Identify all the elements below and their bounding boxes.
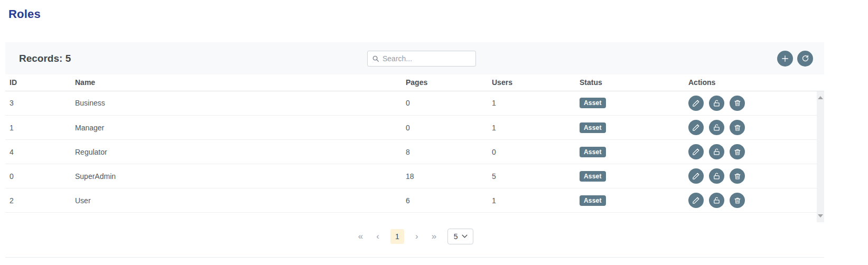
delete-button[interactable] (730, 168, 745, 184)
search-icon (372, 55, 379, 62)
pencil-icon (692, 196, 700, 204)
cell-pages: 0 (402, 91, 488, 116)
page-title: Roles (0, 0, 868, 21)
cell-users: 1 (488, 91, 575, 116)
records-count: Records: 5 (19, 53, 71, 64)
cell-actions (684, 188, 824, 213)
table-row: 1 Manager 0 1 Asset (5, 116, 824, 140)
table-body-scroll-region: 3 Business 0 1 Asset (5, 91, 824, 222)
trash-icon (734, 197, 741, 204)
cell-name: Business (71, 91, 402, 116)
table-row: 3 Business 0 1 Asset (5, 91, 824, 116)
status-badge: Asset (580, 98, 606, 108)
scroll-down-icon[interactable] (818, 214, 823, 217)
status-badge: Asset (580, 171, 606, 182)
trash-icon (734, 99, 741, 107)
cell-status: Asset (575, 188, 684, 213)
cell-id: 3 (5, 91, 71, 116)
cell-name: SuperAdmin (71, 164, 402, 188)
prev-page-button[interactable]: ‹ (374, 229, 381, 244)
permissions-button[interactable] (709, 168, 724, 184)
cell-users: 1 (488, 188, 575, 213)
last-page-button[interactable]: » (430, 229, 438, 244)
roles-table-header: ID Name Pages Users Status Actions (5, 74, 824, 91)
cell-status: Asset (575, 140, 684, 164)
edit-button[interactable] (688, 168, 704, 184)
table-row: 2 User 6 1 Asset (5, 188, 824, 213)
column-header-status: Status (575, 74, 684, 91)
table-row: 4 Regulator 8 0 Asset (5, 140, 824, 164)
edit-button[interactable] (688, 193, 704, 208)
column-header-users: Users (488, 74, 575, 91)
cell-actions (684, 91, 824, 116)
row-actions (688, 144, 820, 159)
scroll-up-icon[interactable] (818, 96, 823, 99)
cell-pages: 8 (402, 140, 488, 164)
status-badge: Asset (580, 122, 606, 133)
add-button[interactable] (777, 51, 793, 67)
column-header-id: ID (5, 74, 71, 91)
delete-button[interactable] (730, 96, 745, 111)
cell-pages: 18 (402, 164, 488, 188)
cell-users: 5 (488, 164, 575, 188)
current-page-button[interactable]: 1 (390, 229, 404, 244)
delete-button[interactable] (730, 120, 745, 135)
row-actions (688, 120, 820, 135)
cell-pages: 0 (402, 116, 488, 140)
pencil-icon (692, 148, 700, 156)
delete-button[interactable] (730, 144, 745, 159)
first-page-button[interactable]: « (356, 229, 365, 244)
permissions-button[interactable] (709, 144, 724, 159)
trash-icon (734, 124, 741, 131)
pencil-icon (692, 124, 700, 131)
permissions-button[interactable] (709, 96, 724, 111)
cell-name: User (71, 188, 402, 213)
cell-id: 2 (5, 188, 71, 213)
chevron-down-icon (462, 234, 468, 238)
cell-name: Regulator (71, 140, 402, 164)
delete-button[interactable] (730, 193, 745, 208)
pencil-icon (692, 99, 700, 107)
cell-name: Manager (71, 116, 402, 140)
next-page-button[interactable]: › (413, 229, 421, 244)
unlock-icon (713, 196, 721, 204)
unlock-icon (713, 99, 721, 107)
page-size-value: 5 (454, 232, 458, 241)
pencil-icon (692, 172, 700, 180)
search-box[interactable] (367, 51, 476, 67)
column-header-actions: Actions (684, 74, 824, 91)
edit-button[interactable] (688, 144, 704, 159)
page-size-select[interactable]: 5 (447, 229, 473, 244)
cell-users: 1 (488, 116, 575, 140)
status-badge: Asset (580, 195, 606, 206)
roles-panel: Records: 5 ID Name (5, 42, 824, 258)
unlock-icon (713, 124, 721, 131)
pagination: « ‹ 1 › » 5 (5, 222, 824, 258)
cell-actions (684, 164, 824, 188)
row-actions (688, 193, 820, 208)
search-input[interactable] (382, 54, 471, 63)
table-toolbar: Records: 5 (5, 42, 824, 74)
cell-status: Asset (575, 164, 684, 188)
edit-button[interactable] (688, 96, 704, 111)
refresh-button[interactable] (797, 51, 813, 67)
table-scrollbar[interactable] (817, 91, 824, 222)
trash-icon (734, 148, 741, 156)
cell-id: 1 (5, 116, 71, 140)
plus-icon (781, 54, 789, 63)
row-actions (688, 168, 820, 184)
unlock-icon (713, 172, 721, 180)
column-header-pages: Pages (402, 74, 488, 91)
cell-actions (684, 116, 824, 140)
cell-id: 0 (5, 164, 71, 188)
edit-button[interactable] (688, 120, 704, 135)
status-badge: Asset (580, 147, 606, 157)
cell-pages: 6 (402, 188, 488, 213)
permissions-button[interactable] (709, 193, 724, 208)
table-row: 0 SuperAdmin 18 5 Asset (5, 164, 824, 188)
column-header-name: Name (71, 74, 402, 91)
permissions-button[interactable] (709, 120, 724, 135)
cell-users: 0 (488, 140, 575, 164)
roles-table-body: 3 Business 0 1 Asset (5, 91, 824, 213)
header-row: ID Name Pages Users Status Actions (5, 74, 824, 91)
